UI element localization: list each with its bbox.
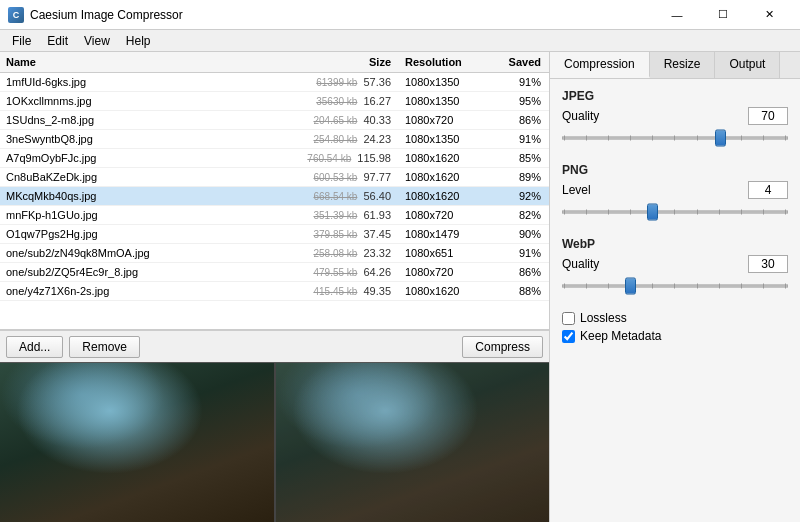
file-resolution: 1080x1620	[399, 170, 489, 184]
file-size: 379.85 kb 37.45	[299, 227, 399, 241]
file-resolution: 1080x720	[399, 265, 489, 279]
file-size: 254.80 kb 24.23	[299, 132, 399, 146]
file-name: O1qw7Pgs2Hg.jpg	[0, 227, 299, 241]
file-saved: 92%	[489, 189, 549, 203]
file-resolution: 1080x1620	[399, 151, 489, 165]
app-icon: C	[8, 7, 24, 23]
menu-edit[interactable]: Edit	[39, 32, 76, 50]
size-new: 40.33	[363, 114, 391, 126]
file-resolution: 1080x720	[399, 113, 489, 127]
close-button[interactable]: ✕	[746, 0, 792, 30]
file-resolution: 1080x1350	[399, 94, 489, 108]
file-size: 61399 kb 57.36	[299, 75, 399, 89]
jpeg-quality-label: Quality	[562, 109, 748, 123]
webp-slider-thumb[interactable]	[625, 278, 636, 295]
file-saved: 91%	[489, 246, 549, 260]
file-size: 204.65 kb 40.33	[299, 113, 399, 127]
maximize-button[interactable]: ☐	[700, 0, 746, 30]
size-original: 479.55 kb	[313, 267, 357, 278]
file-row[interactable]: Cn8uBaKZeDk.jpg 600.53 kb 97.77 1080x162…	[0, 168, 549, 187]
preview-original-image	[0, 363, 274, 522]
jpeg-section-title: JPEG	[562, 89, 788, 103]
size-original: 258.08 kb	[313, 248, 357, 259]
file-row[interactable]: A7q9mOybFJc.jpg 760.54 kb 115.98 1080x16…	[0, 149, 549, 168]
settings-panel: JPEG Quality PNG Level	[550, 79, 800, 522]
main-area: Name Size Resolution Saved 1mfUId-6gks.j…	[0, 52, 800, 522]
size-original: 351.39 kb	[313, 210, 357, 221]
file-saved: 91%	[489, 132, 549, 146]
jpeg-slider-thumb[interactable]	[715, 130, 726, 147]
file-size: 258.08 kb 23.32	[299, 246, 399, 260]
add-button[interactable]: Add...	[6, 336, 63, 358]
file-list-container: Name Size Resolution Saved 1mfUId-6gks.j…	[0, 52, 549, 330]
file-row[interactable]: one/sub2/ZQ5r4Ec9r_8.jpg 479.55 kb 64.26…	[0, 263, 549, 282]
file-row[interactable]: 1SUdns_2-m8.jpg 204.65 kb 40.33 1080x720…	[0, 111, 549, 130]
tab-resize[interactable]: Resize	[650, 52, 716, 78]
size-original: 204.65 kb	[313, 115, 357, 126]
file-name: 1mfUId-6gks.jpg	[0, 75, 299, 89]
file-saved: 86%	[489, 265, 549, 279]
file-size: 760.54 kb 115.98	[299, 151, 399, 165]
size-original: 61399 kb	[316, 77, 357, 88]
jpeg-slider[interactable]	[562, 129, 788, 147]
file-size: 415.45 kb 49.35	[299, 284, 399, 298]
png-slider-ticks	[562, 210, 788, 215]
file-saved: 89%	[489, 170, 549, 184]
file-row[interactable]: one/sub2/zN49qk8MmOA.jpg 258.08 kb 23.32…	[0, 244, 549, 263]
file-name: 3neSwyntbQ8.jpg	[0, 132, 299, 146]
file-name: one/y4z71X6n-2s.jpg	[0, 284, 299, 298]
webp-quality-label: Quality	[562, 257, 748, 271]
lossless-checkbox[interactable]	[562, 312, 575, 325]
file-name: one/sub2/ZQ5r4Ec9r_8.jpg	[0, 265, 299, 279]
jpeg-quality-input[interactable]	[748, 107, 788, 125]
header-name: Name	[0, 55, 299, 69]
compress-button[interactable]: Compress	[462, 336, 543, 358]
file-list-body[interactable]: 1mfUId-6gks.jpg 61399 kb 57.36 1080x1350…	[0, 73, 549, 329]
size-original: 760.54 kb	[307, 153, 351, 164]
file-resolution: 1080x1620	[399, 189, 489, 203]
file-name: A7q9mOybFJc.jpg	[0, 151, 299, 165]
lossless-label: Lossless	[580, 311, 627, 325]
file-row[interactable]: one/y4z71X6n-2s.jpg 415.45 kb 49.35 1080…	[0, 282, 549, 301]
file-row[interactable]: mnFKp-h1GUo.jpg 351.39 kb 61.93 1080x720…	[0, 206, 549, 225]
file-saved: 90%	[489, 227, 549, 241]
menu-view[interactable]: View	[76, 32, 118, 50]
png-slider-thumb[interactable]	[647, 204, 658, 221]
keep-metadata-checkbox[interactable]	[562, 330, 575, 343]
png-slider[interactable]	[562, 203, 788, 221]
size-new: 97.77	[363, 171, 391, 183]
webp-slider[interactable]	[562, 277, 788, 295]
png-level-input[interactable]	[748, 181, 788, 199]
size-new: 16.27	[363, 95, 391, 107]
minimize-button[interactable]: —	[654, 0, 700, 30]
webp-quality-row: Quality	[562, 255, 788, 273]
webp-section-title: WebP	[562, 237, 788, 251]
file-size: 600.53 kb 97.77	[299, 170, 399, 184]
preview-compressed-image	[276, 363, 550, 522]
tab-output[interactable]: Output	[715, 52, 780, 78]
png-section-title: PNG	[562, 163, 788, 177]
menu-file[interactable]: File	[4, 32, 39, 50]
file-row[interactable]: MKcqMkb40qs.jpg 668.54 kb 56.40 1080x162…	[0, 187, 549, 206]
file-row[interactable]: 1OKxcllmnms.jpg 35630 kb 16.27 1080x1350…	[0, 92, 549, 111]
size-new: 49.35	[363, 285, 391, 297]
file-row[interactable]: 3neSwyntbQ8.jpg 254.80 kb 24.23 1080x135…	[0, 130, 549, 149]
file-row[interactable]: 1mfUId-6gks.jpg 61399 kb 57.36 1080x1350…	[0, 73, 549, 92]
preview-original	[0, 363, 274, 522]
file-resolution: 1080x720	[399, 208, 489, 222]
app-title: Caesium Image Compressor	[30, 8, 654, 22]
file-size: 668.54 kb 56.40	[299, 189, 399, 203]
keep-metadata-row: Keep Metadata	[562, 329, 788, 343]
size-new: 115.98	[357, 152, 391, 164]
menu-help[interactable]: Help	[118, 32, 159, 50]
jpeg-quality-row: Quality	[562, 107, 788, 125]
remove-button[interactable]: Remove	[69, 336, 140, 358]
file-resolution: 1080x651	[399, 246, 489, 260]
right-panel: Compression Resize Output JPEG Quality	[550, 52, 800, 522]
file-saved: 82%	[489, 208, 549, 222]
file-name: 1SUdns_2-m8.jpg	[0, 113, 299, 127]
webp-quality-input[interactable]	[748, 255, 788, 273]
tab-compression[interactable]: Compression	[550, 52, 650, 78]
webp-slider-ticks	[562, 284, 788, 289]
file-row[interactable]: O1qw7Pgs2Hg.jpg 379.85 kb 37.45 1080x147…	[0, 225, 549, 244]
